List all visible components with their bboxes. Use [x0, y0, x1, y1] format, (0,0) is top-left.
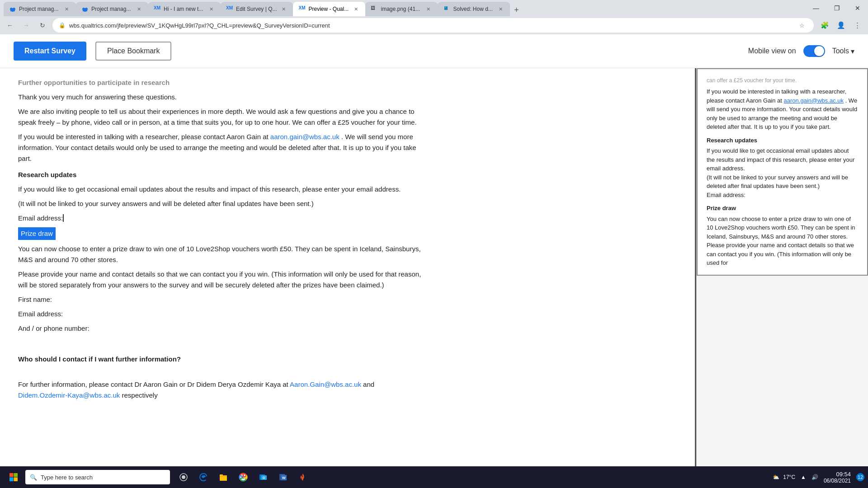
survey-toolbar: Restart Survey Place Bookmark Mobile vie…: [0, 34, 868, 68]
survey-main-panel[interactable]: Further opportunities to participate in …: [0, 68, 696, 466]
svg-rect-3: [10, 9, 15, 11]
para1: Thank you very much for answering these …: [18, 92, 425, 103]
place-bookmark-button[interactable]: Place Bookmark: [95, 42, 172, 61]
svg-point-13: [182, 475, 185, 479]
mobile-frame: can offer a £25 voucher for your time. I…: [697, 68, 868, 276]
tab-6[interactable]: 🖼 image.png (41... ✕: [365, 2, 438, 16]
text-cursor: [63, 214, 64, 222]
profile-icon[interactable]: 👤: [834, 18, 848, 33]
tools-label: Tools: [832, 47, 849, 55]
who-contact-heading: Who should I contact if I want further i…: [18, 354, 425, 365]
tab-5-close[interactable]: ✕: [352, 5, 360, 13]
mobile-prize-draw-heading: Prize draw: [707, 204, 858, 213]
tab-5-label: Preview - Qual...: [308, 6, 349, 12]
first-name-label: First name:: [18, 294, 425, 305]
para7: Please provide your name and contact det…: [18, 269, 425, 291]
flame-icon[interactable]: [295, 469, 311, 485]
word-icon[interactable]: W: [275, 469, 291, 485]
tab-1-close[interactable]: ✕: [62, 5, 71, 13]
tab-2-close[interactable]: ✕: [135, 5, 143, 13]
tab-7[interactable]: 🖥 Solved: How d... ✕: [438, 2, 510, 16]
maximize-button[interactable]: ❐: [826, 0, 847, 16]
svg-rect-15: [220, 474, 223, 476]
svg-rect-9: [14, 473, 18, 477]
tab-3[interactable]: XM Hi - I am new t... ✕: [148, 2, 221, 16]
mobile-view-label: Mobile view on: [748, 47, 796, 55]
svg-rect-11: [14, 478, 18, 482]
mobile-para2: If you would like to get occasional emai…: [707, 146, 858, 173]
tab-3-label: Hi - I am new t...: [164, 6, 204, 12]
mobile-view-toggle[interactable]: [803, 45, 825, 57]
email1-link[interactable]: aaron.gain@wbs.ac.uk: [270, 133, 340, 141]
star-icon[interactable]: ☆: [797, 20, 807, 31]
window-controls: — ❐ ✕: [806, 0, 868, 16]
tab-1[interactable]: Project manag... ✕: [4, 2, 76, 16]
title-bar: Project manag... ✕ Project manag... ✕ XM…: [0, 0, 868, 16]
tab-6-close[interactable]: ✕: [424, 5, 432, 13]
address-bar: ← → ↻ 🔒 wbs.qualtrics.com/jfe/preview/SV…: [0, 16, 868, 34]
refresh-button[interactable]: ↻: [36, 19, 49, 32]
menu-icon[interactable]: ⋮: [850, 18, 864, 33]
email-address2-label: Email address:: [18, 309, 425, 319]
start-button[interactable]: [4, 468, 24, 486]
back-button[interactable]: ←: [4, 19, 16, 32]
email2-link[interactable]: Aaron.Gain@wbs.ac.uk: [290, 380, 361, 388]
minimize-button[interactable]: —: [806, 0, 826, 16]
sys-icons: ⛅ 17°C: [773, 474, 795, 480]
top-heading: Further opportunities to participate in …: [18, 77, 425, 88]
close-button[interactable]: ✕: [847, 0, 868, 16]
notification-badge[interactable]: 12: [856, 473, 864, 481]
para8: For further information, please contact …: [18, 379, 425, 401]
tab-2[interactable]: Project manag... ✕: [76, 2, 148, 16]
para5: (It will not be linked to your survey an…: [18, 198, 425, 209]
svg-rect-10: [9, 478, 14, 482]
url-text: wbs.qualtrics.com/jfe/preview/SV_1KQwHgL…: [69, 22, 793, 29]
tab-favicon-img6: 🖼: [371, 5, 378, 13]
toolbar-right-icons: 🧩 👤 ⋮: [817, 18, 864, 33]
forward-button[interactable]: →: [20, 19, 33, 32]
weather-icon: ⛅: [773, 474, 779, 480]
svg-text:W: W: [282, 476, 286, 480]
mobile-email1-link[interactable]: aaron.gain@wbs.ac.uk: [784, 97, 844, 104]
tab-4-close[interactable]: ✕: [279, 5, 288, 13]
mobile-email-label: Email address:: [707, 191, 858, 200]
mobile-preview-panel: can offer a £25 voucher for your time. I…: [696, 68, 868, 466]
tab-5-active[interactable]: XM Preview - Qual... ✕: [293, 2, 365, 16]
email3-link[interactable]: Didem.Ozdemir-Kaya@wbs.ac.uk: [18, 391, 120, 399]
taskbar-right: ⛅ 17°C ▲ 🔊 09:54 06/08/2021 12: [773, 471, 864, 484]
mobile-research-heading: Research updates: [707, 136, 858, 145]
file-explorer-icon[interactable]: [215, 469, 231, 485]
svg-rect-7: [83, 9, 87, 11]
new-tab-button[interactable]: +: [510, 4, 523, 16]
para6: You can now choose to enter a prize draw…: [18, 244, 425, 265]
chrome-icon[interactable]: [235, 469, 251, 485]
taskbar-search-bar[interactable]: 🔍 Type here to search: [25, 470, 170, 484]
url-bar[interactable]: 🔒 wbs.qualtrics.com/jfe/preview/SV_1KQwH…: [52, 18, 814, 33]
tab-favicon-xm4: XM: [226, 5, 233, 13]
mobile-para4: You can now choose to enter a prize draw…: [707, 215, 858, 241]
phone-label: And / or phone number:: [18, 323, 425, 334]
outlook-icon[interactable]: O: [255, 469, 271, 485]
para4: If you would like to get occasional emai…: [18, 184, 425, 195]
restart-survey-button[interactable]: Restart Survey: [14, 42, 86, 61]
svg-rect-8: [9, 473, 14, 477]
tab-favicon-cloud: [9, 5, 16, 13]
tab-favicon-xm5: XM: [298, 5, 306, 13]
tab-3-close[interactable]: ✕: [207, 5, 215, 13]
extensions-icon[interactable]: 🧩: [817, 18, 832, 33]
browser-window: Project manag... ✕ Project manag... ✕ XM…: [0, 0, 868, 466]
network-icon: ▲: [801, 474, 806, 480]
tools-button[interactable]: Tools ▾: [832, 47, 854, 56]
para2: We are also inviting people to tell us a…: [18, 106, 425, 128]
mobile-para5: Please provide your name and contact det…: [707, 241, 858, 267]
mobile-fade-text: can offer a £25 voucher for your time.: [707, 76, 858, 84]
para3: If you would be interested in talking wi…: [18, 131, 425, 164]
tab-4[interactable]: XM Edit Survey | Q... ✕: [221, 2, 293, 16]
tab-4-label: Edit Survey | Q...: [236, 6, 277, 12]
task-view-icon[interactable]: [175, 469, 192, 485]
edge-icon[interactable]: [195, 469, 212, 485]
survey-layout: Further opportunities to participate in …: [0, 68, 868, 466]
tab-favicon-xm3: XM: [154, 5, 161, 13]
tab-7-close[interactable]: ✕: [496, 5, 505, 13]
survey-content: Further opportunities to participate in …: [18, 77, 425, 401]
